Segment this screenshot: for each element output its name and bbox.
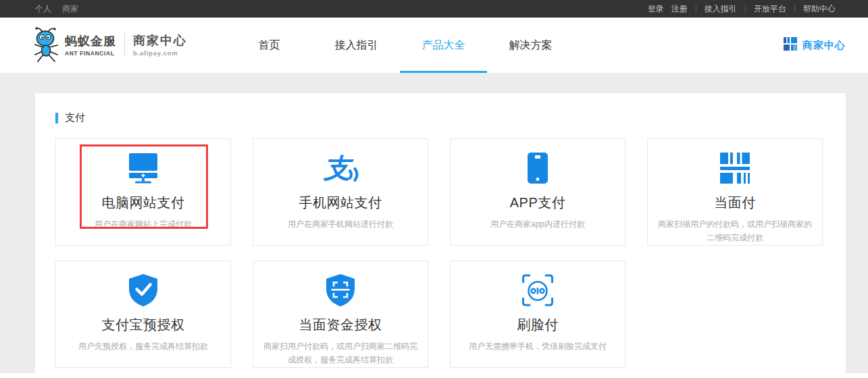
product-card-title: APP支付 xyxy=(510,194,566,212)
nav-item[interactable]: 首页 xyxy=(226,18,313,73)
logo[interactable]: 蚂蚁金服 ANT FINANCIAL 商家中心 b.alipay.com xyxy=(34,26,187,63)
topbar-left: 个人商家 xyxy=(35,3,78,15)
product-card-title: 当面付 xyxy=(714,194,756,212)
topbar-link[interactable]: 登录 xyxy=(648,3,664,15)
topbar-link[interactable]: 帮助中心 xyxy=(803,3,836,15)
product-card[interactable]: 支付宝预授权用户先预授权，服务完成再结算扣款 xyxy=(55,261,231,368)
product-card-title: 当面资金授权 xyxy=(299,316,382,334)
barcode-icon xyxy=(719,153,751,184)
product-card-title: 手机网站支付 xyxy=(299,194,382,212)
section-title: 支付 xyxy=(55,111,825,124)
topbar-link[interactable]: 商家 xyxy=(62,3,78,15)
topbar-link[interactable]: 个人 xyxy=(35,3,51,15)
merchant-center-link[interactable]: 商家中心 xyxy=(784,18,846,73)
topbar-link[interactable]: 接入指引 xyxy=(705,3,737,15)
product-card-title: 支付宝预授权 xyxy=(102,316,185,334)
alipay-logo-icon: 支 xyxy=(322,153,359,184)
site-name-cn: 商家中心 xyxy=(133,32,187,49)
topbar-link[interactable]: 开放平台 xyxy=(754,3,786,15)
merchant-grid-icon xyxy=(784,37,797,53)
nav-item[interactable]: 解决方案 xyxy=(487,18,574,73)
product-card-title: 电脑网站支付 xyxy=(102,194,185,212)
product-card-description: 商家扫描用户的付款码，或用户扫描商家的二维码完成付款 xyxy=(648,217,822,244)
product-card-description: 用户先预授权，服务完成再结算扣款 xyxy=(69,340,218,353)
product-card-grid: 电脑网站支付用户在商家网站上完成付款 支 手机网站支付用户在商家手机网站进行付款… xyxy=(55,138,825,368)
main-nav: 首页接入指引产品大全解决方案 xyxy=(226,18,574,73)
section-title-accent-bar xyxy=(55,113,58,124)
topbar-separator: | xyxy=(794,4,796,14)
brand-name-cn: 蚂蚁金服 xyxy=(65,33,116,49)
brand-name-en: ANT FINANCIAL xyxy=(65,50,116,57)
product-card-description: 用户在商家app内进行付款 xyxy=(481,217,594,231)
merchant-center-label: 商家中心 xyxy=(802,39,846,52)
desktop-icon xyxy=(128,153,159,184)
product-card-title: 刷脸付 xyxy=(517,316,559,334)
topbar-right: 登录注册|接入指引|开放平台|帮助中心 xyxy=(648,3,836,15)
ant-financial-mascot-icon xyxy=(34,26,59,63)
product-card[interactable]: APP支付用户在商家app内进行付款 xyxy=(450,138,626,246)
smartphone-icon xyxy=(528,153,548,184)
product-card-description: 用户无需携带手机，凭借刷脸完成支付 xyxy=(459,340,616,353)
topbar-link[interactable]: 注册 xyxy=(671,3,688,15)
shield-check-icon xyxy=(128,275,159,306)
main-panel: 支付 电脑网站支付用户在商家网站上完成付款 支 手机网站支付用户在商家手机网站进… xyxy=(35,93,846,378)
nav-item[interactable]: 接入指引 xyxy=(313,18,400,73)
topbar-separator: | xyxy=(695,4,697,14)
page: 个人商家 登录注册|接入指引|开放平台|帮助中心 xyxy=(0,0,868,378)
site-header: 蚂蚁金服 ANT FINANCIAL 商家中心 b.alipay.com 首页接… xyxy=(0,18,868,73)
product-card[interactable]: 支 手机网站支付用户在商家手机网站进行付款 xyxy=(253,138,428,246)
product-card-description: 商家扫用户付款码，或用户扫商家二维码完成授权，服务完成再结算扣款 xyxy=(253,340,428,367)
topbar: 个人商家 登录注册|接入指引|开放平台|帮助中心 xyxy=(0,0,868,18)
face-scan-icon xyxy=(521,275,555,306)
product-card[interactable]: 电脑网站支付用户在商家网站上完成付款 xyxy=(55,138,231,246)
content-background: 支付 电脑网站支付用户在商家网站上完成付款 支 手机网站支付用户在商家手机网站进… xyxy=(0,73,868,373)
product-card-description: 用户在商家网站上完成付款 xyxy=(85,217,201,231)
site-text: 商家中心 b.alipay.com xyxy=(133,32,187,57)
topbar-separator: | xyxy=(744,4,746,14)
shield-scan-icon xyxy=(325,275,356,306)
nav-item-active[interactable]: 产品大全 xyxy=(400,18,487,73)
product-card[interactable]: 当面付商家扫描用户的付款码，或用户扫描商家的二维码完成付款 xyxy=(647,138,823,246)
brand-text: 蚂蚁金服 ANT FINANCIAL xyxy=(65,33,116,57)
logo-divider xyxy=(124,33,125,56)
product-card[interactable]: 刷脸付用户无需携带手机，凭借刷脸完成支付 xyxy=(450,261,626,368)
product-card-description: 用户在商家手机网站进行付款 xyxy=(278,217,403,231)
section-title-label: 支付 xyxy=(65,111,85,124)
site-domain: b.alipay.com xyxy=(133,49,187,57)
product-card[interactable]: 当面资金授权商家扫用户付款码，或用户扫商家二维码完成授权，服务完成再结算扣款 xyxy=(253,261,428,368)
